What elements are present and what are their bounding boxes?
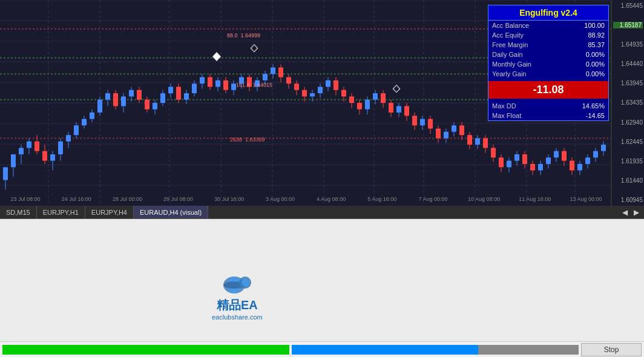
watermark-url: eaclubshare.com	[212, 313, 263, 321]
price-label: 1.65187	[613, 22, 643, 28]
tab-eurjpy-h1[interactable]: EURJPY,H1	[37, 206, 85, 218]
tab-sd-m15[interactable]: SD,M15	[0, 206, 37, 218]
x-axis-label: 11 Aug 16:00	[510, 196, 560, 202]
x-axis-label: 24 Jul 16:00	[51, 196, 102, 202]
engulfing-title: Engulfing v2.4	[488, 5, 608, 21]
price-label: 1.65445	[613, 2, 643, 9]
max-dd-row: Max DD 14.65%	[488, 101, 608, 111]
x-axis-label: 28 Jul 00:00	[102, 196, 153, 202]
yearly-gain-row: Yearly Gain 0.00%	[488, 69, 608, 79]
x-axis-label: 30 Jul 16:00	[204, 196, 255, 202]
price-label: 1.60945	[613, 197, 643, 203]
x-axis-label: 13 Aug 00:00	[560, 196, 611, 202]
price-label: 1.63435	[613, 99, 643, 106]
pnl-display: -11.08	[488, 81, 608, 99]
progress-bar-1	[2, 345, 289, 355]
tab-nav-right-btn[interactable]: ▶	[631, 208, 642, 217]
price-label: 1.62445	[613, 139, 643, 145]
free-margin-row: Free Margin 85.37	[488, 40, 608, 50]
svg-point-4	[242, 279, 249, 286]
watermark-text: 精品EA	[217, 297, 258, 313]
x-axis-label: 5 Aug 16:00	[356, 196, 407, 202]
price-label: 1.61440	[613, 177, 643, 184]
main-content-area: Dollar ▼ method based on all available l…	[0, 219, 644, 341]
x-axis-label: 3 Aug 00:00	[255, 196, 306, 202]
tabs-bar: SD,M15 EURJPY,H1 EURJPY,H4 EURAUD,H4 (vi…	[0, 206, 644, 219]
progress-area: Stop	[0, 341, 644, 357]
daily-gain-row: Daily Gain 0.00%	[488, 50, 608, 59]
x-axis-label: 23 Jul 08:00	[0, 196, 51, 202]
price-label: 1.64935	[613, 41, 643, 48]
watermark-logo-icon	[222, 273, 252, 297]
acc-balance-row: Acc Balance 100.00	[488, 21, 608, 30]
tab-euraud-h4[interactable]: EURAUD,H4 (visual)	[134, 206, 208, 218]
monthly-gain-row: Monthly Gain 0.00%	[488, 59, 608, 69]
engulfing-panel: Engulfing v2.4 Acc Balance 100.00 Acc Eq…	[488, 5, 609, 121]
max-float-row: Max Float -14.65	[488, 111, 608, 120]
progress-fill-2	[292, 345, 478, 355]
price-label: 1.63945	[613, 80, 643, 87]
x-axis-label: 29 Jul 08:00	[153, 196, 204, 202]
stop-button[interactable]: Stop	[581, 343, 642, 356]
price-label: 1.61935	[613, 158, 643, 165]
progress-bar-2	[292, 345, 579, 355]
tab-nav-left[interactable]: ◀	[620, 208, 630, 217]
price-label: 1.64440	[613, 61, 643, 67]
tab-nav: ◀ ▶	[620, 208, 644, 217]
x-axis: 23 Jul 08:0024 Jul 16:0028 Jul 00:0029 J…	[0, 192, 611, 206]
x-axis-label: 4 Aug 08:00	[306, 196, 356, 202]
tab-eurjpy-h4[interactable]: EURJPY,H4	[85, 206, 134, 218]
acc-equity-row: Acc Equity 88.92	[488, 30, 608, 40]
price-label: 1.62940	[613, 119, 643, 126]
x-axis-label: 7 Aug 00:00	[407, 196, 458, 202]
x-axis-label: 10 Aug 08:00	[459, 196, 510, 202]
watermark: 精品EA eaclubshare.com	[212, 273, 263, 321]
progress-fill-1	[2, 345, 289, 355]
price-axis: 1.654451.651871.649351.644401.639451.634…	[611, 0, 644, 206]
